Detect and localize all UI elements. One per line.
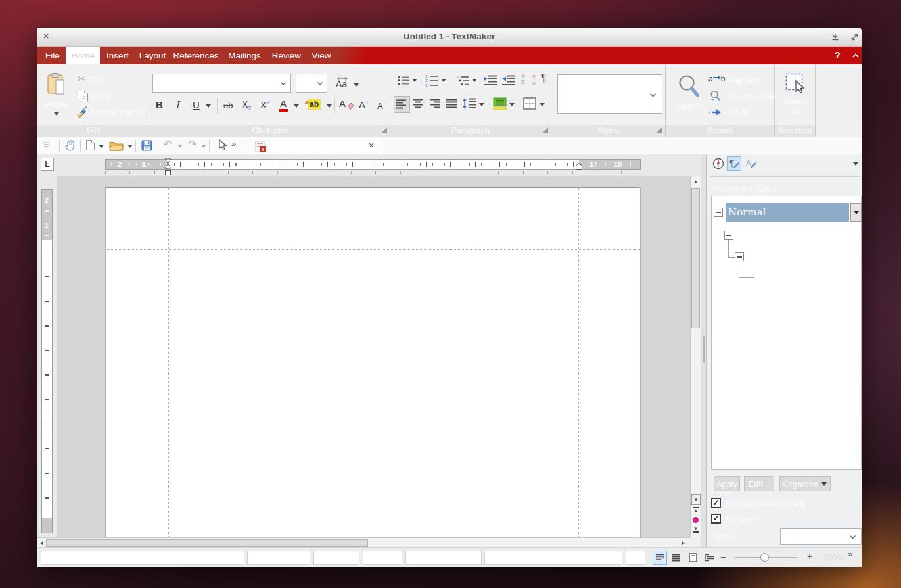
browse-object-button[interactable] [693,517,699,523]
shading-dropdown-arrow-icon[interactable] [509,103,515,106]
menu-tab-home[interactable]: Home [66,47,100,64]
styles-combobox[interactable] [557,74,662,114]
menu-tab-insert[interactable]: Insert [101,47,134,64]
hamburger-menu-icon[interactable]: ≡ [43,139,50,152]
increase-indent-button[interactable] [483,74,497,86]
menu-tab-file[interactable]: File [39,47,66,64]
tree-collapse-icon[interactable] [714,208,723,217]
multilevel-list-dropdown-arrow-icon[interactable] [472,79,477,82]
cut-icon[interactable]: ✂ [78,73,86,85]
vertical-scrollbar-thumb[interactable] [691,188,700,328]
format-painter-label[interactable]: Format painter [91,107,147,117]
window-minimize-icon[interactable] [831,33,840,41]
font-color-dropdown-arrow-icon[interactable] [294,104,299,108]
new-document-icon[interactable] [85,139,95,151]
view-outline-button[interactable] [702,551,716,565]
tree-collapse-icon[interactable] [735,252,744,261]
paste-button[interactable]: Paste [42,71,72,122]
shading-button[interactable] [493,97,507,110]
font-size-combobox[interactable] [296,74,327,93]
search-again-label[interactable]: Search again [728,91,779,101]
character-dialog-launcher-icon[interactable] [381,127,387,133]
formatting-marks-button[interactable]: ¶ [541,72,547,84]
align-right-button[interactable] [429,99,441,109]
menu-tab-mailings[interactable]: Mailings [225,47,264,64]
first-line-indent-marker[interactable] [164,158,172,169]
line-spacing-button[interactable] [463,97,477,110]
redo-icon[interactable]: ↷ [188,138,196,150]
scroll-left-icon[interactable]: ◄ [39,540,44,546]
justify-button[interactable] [446,99,457,109]
bullet-list-dropdown-arrow-icon[interactable] [412,79,417,82]
highlight-dropdown-arrow-icon[interactable] [327,104,332,108]
previous-page-button[interactable]: ▲ [691,506,701,515]
numbered-list-button[interactable]: 123 [425,74,438,87]
decrease-indent-button[interactable] [501,74,516,86]
document-page[interactable] [105,187,641,537]
vertical-ruler[interactable]: 2 1 [41,189,53,533]
hand-tool-icon[interactable] [64,139,76,152]
splitter-handle[interactable] [703,336,705,363]
view-page-button[interactable] [685,551,700,565]
open-dropdown-arrow-icon[interactable] [127,145,133,148]
open-folder-icon[interactable] [109,141,124,151]
superscript-button[interactable]: X2 [260,99,269,110]
cut-label[interactable]: Cut [91,74,104,84]
chevron-down-icon[interactable] [280,81,287,86]
font-name-combobox[interactable] [152,74,291,93]
new-document-dropdown-arrow-icon[interactable] [99,145,104,148]
show-combobox[interactable] [780,528,862,545]
edit-button[interactable]: Edit... [744,476,774,491]
display-hierarchically-checkbox[interactable]: ✓ [711,498,721,508]
help-icon[interactable]: ? [835,50,841,60]
paste-dropdown-arrow-icon[interactable] [54,112,59,116]
underline-button[interactable]: U [193,99,200,110]
collapse-ribbon-icon[interactable] [852,53,860,58]
align-center-button[interactable] [413,99,425,109]
toolbar-overflow-icon[interactable]: » [231,139,236,148]
menu-tab-review[interactable]: Review [269,47,304,64]
paragraph-dialog-launcher-icon[interactable] [542,127,548,133]
view-standard-button[interactable] [653,551,667,565]
enlarge-font-button[interactable]: A+ [359,99,369,110]
underline-dropdown-arrow-icon[interactable] [206,104,211,108]
select-all-button[interactable]: Select all [778,71,812,122]
view-continuous-button[interactable] [669,551,683,565]
chevron-down-icon[interactable] [317,81,323,86]
zoom-out-icon[interactable]: − [720,552,726,562]
apply-button[interactable]: Apply [714,476,740,491]
change-case-dropdown-arrow-icon[interactable] [354,83,359,87]
paragraph-styles-tab-icon[interactable]: ¶ [727,156,741,171]
subscript-button[interactable]: X2 [242,99,251,112]
chevron-down-icon[interactable] [649,93,657,98]
document-tab-close-icon[interactable]: × [369,140,374,150]
replace-label[interactable]: Replace [728,75,760,85]
scroll-right-icon[interactable]: ► [681,540,686,546]
undo-icon[interactable]: ↶ [163,138,172,150]
sidebar-splitter[interactable] [701,154,706,547]
tree-collapse-icon[interactable] [724,231,733,240]
zoom-slider-handle[interactable] [760,553,769,562]
multilevel-list-button[interactable]: 1 [457,74,470,86]
reduce-font-button[interactable]: A− [377,101,386,111]
align-left-button-selected[interactable] [394,96,410,113]
italic-button[interactable]: I [175,99,179,111]
undo-dropdown-arrow-icon[interactable] [177,145,183,148]
right-indent-marker[interactable] [576,163,582,170]
scroll-down-button[interactable]: ▼ [691,494,701,505]
style-item-normal-selected[interactable]: Normal [726,203,849,222]
copy-icon[interactable] [77,90,89,101]
style-item-dropdown-button[interactable] [850,203,862,222]
menu-tab-layout[interactable]: Layout [135,47,170,64]
document-tab[interactable]: T × [250,138,381,154]
horizontal-scrollbar[interactable]: ◄ ► [37,537,690,547]
line-spacing-dropdown-arrow-icon[interactable] [479,103,484,106]
go-to-icon[interactable] [708,109,722,116]
next-page-button[interactable]: ▼ [691,526,701,535]
organise-button[interactable]: Organise [779,476,831,491]
sidebar-options-dropdown-arrow-icon[interactable] [853,162,858,166]
borders-dropdown-arrow-icon[interactable] [540,103,545,106]
format-painter-icon[interactable] [76,106,89,118]
preview-checkbox[interactable]: ✓ [711,514,721,524]
character-styles-tab-icon[interactable]: A [744,156,758,171]
